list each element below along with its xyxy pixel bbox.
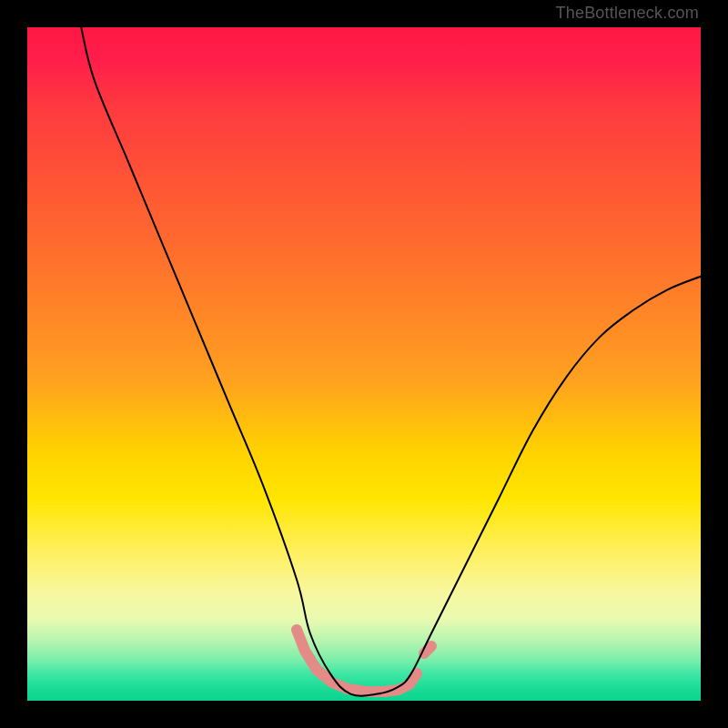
chart-frame: TheBottleneck.com — [0, 0, 728, 728]
chart-svg — [27, 27, 701, 701]
plot-area — [27, 27, 701, 701]
highlight-layer — [297, 630, 431, 692]
watermark-text: TheBottleneck.com — [556, 4, 699, 23]
curve-layer — [81, 27, 701, 696]
highlight-flat-region — [297, 630, 417, 692]
series-bottleneck-curve — [81, 27, 701, 696]
